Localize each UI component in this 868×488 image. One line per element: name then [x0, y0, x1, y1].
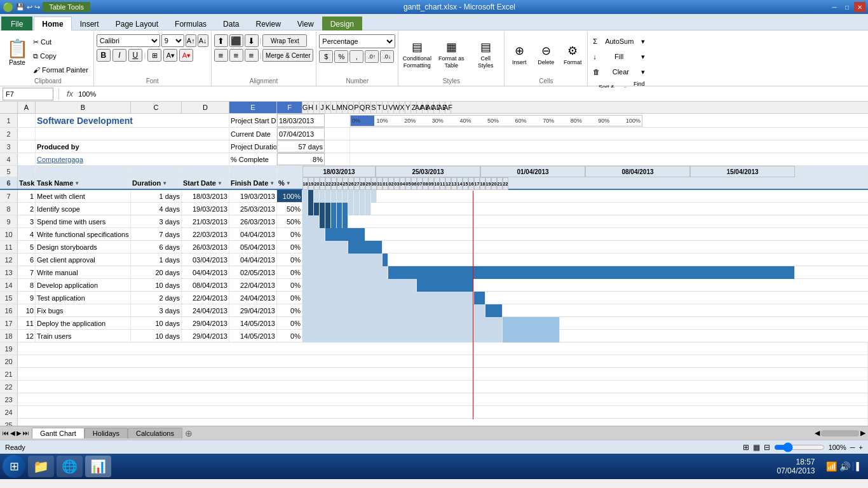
cell-A17[interactable]: 11 — [18, 317, 36, 329]
col-header-H[interactable]: H — [308, 102, 314, 113]
cell-A13[interactable]: 7 — [18, 266, 36, 278]
cell-A3[interactable] — [18, 140, 36, 152]
align-middle-button[interactable]: ⬛ — [229, 34, 243, 47]
cell-F16[interactable]: 0% — [277, 304, 302, 316]
cell-E4[interactable]: 8% — [277, 153, 325, 165]
formula-input[interactable] — [78, 88, 865, 100]
cell-A1[interactable] — [18, 114, 36, 127]
col-header-M[interactable]: M — [337, 102, 342, 113]
last-sheet-button[interactable]: ⏭ — [23, 430, 29, 437]
cell-B15[interactable]: Test application — [36, 292, 131, 304]
sheet-nav-buttons[interactable]: ⏮ ◀ ▶ ⏭ — [0, 430, 32, 437]
col-header-I[interactable]: I — [314, 102, 320, 113]
cell-C14[interactable]: 10 days — [131, 279, 182, 291]
cut-button[interactable]: ✂ Cut — [31, 36, 91, 48]
cell-E7[interactable]: 19/03/2013 — [229, 190, 277, 202]
cell-C15[interactable]: 2 days — [131, 292, 182, 304]
cell-B4[interactable]: Computergaga — [36, 153, 229, 165]
cell-D3[interactable]: Project Duration — [229, 140, 277, 152]
cell-D15[interactable]: 22/04/2013 — [182, 292, 229, 304]
cell-F18[interactable]: 0% — [277, 330, 302, 342]
view-normal-button[interactable]: ⊞ — [743, 443, 749, 452]
cell-D14[interactable]: 08/04/2013 — [182, 279, 229, 291]
col-header-S[interactable]: S — [371, 102, 377, 113]
autosum-button[interactable]: ΣAutoSum▾ — [590, 34, 648, 48]
close-button[interactable]: ✕ — [854, 2, 865, 12]
cell-F14[interactable]: 0% — [277, 279, 302, 291]
col-header-G[interactable]: G — [302, 102, 308, 113]
cell-A15[interactable]: 9 — [18, 292, 36, 304]
col-header-R[interactable]: R — [365, 102, 371, 113]
cell-B2[interactable] — [36, 128, 229, 140]
cell-E14[interactable]: 22/04/2013 — [229, 279, 277, 291]
cell-B18[interactable]: Train users — [36, 330, 131, 342]
cell-B11[interactable]: Design storyboards — [36, 241, 131, 253]
header-taskname[interactable]: Task Name ▼ — [36, 177, 131, 189]
explorer-button[interactable]: 📁 — [28, 456, 54, 477]
cell-D18[interactable]: 29/04/2013 — [182, 330, 229, 342]
horizontal-scrollbar[interactable]: ◀ ▶ — [815, 429, 868, 437]
cell-D17[interactable]: 29/04/2013 — [182, 317, 229, 329]
start-button[interactable]: ⊞ — [3, 455, 25, 478]
cell-E11[interactable]: 05/04/2013 — [229, 241, 277, 253]
cell-E1[interactable]: 18/03/2013 — [277, 114, 325, 127]
col-header-D[interactable]: D — [182, 102, 229, 113]
cell-D11[interactable]: 26/03/2013 — [182, 241, 229, 253]
header-duration[interactable]: Duration ▼ — [131, 177, 182, 189]
italic-button[interactable]: I — [112, 49, 126, 62]
cell-F3[interactable] — [325, 140, 350, 152]
tab-home[interactable]: Home — [34, 17, 71, 30]
format-button[interactable]: ⚙ Format — [560, 36, 585, 74]
cell-A12[interactable]: 6 — [18, 254, 36, 266]
cell-E2[interactable]: 07/04/2013 — [277, 128, 325, 140]
align-right-button[interactable]: ≡ — [245, 49, 259, 62]
tab-formulas[interactable]: Formulas — [166, 17, 215, 30]
cell-C7[interactable]: 1 days — [131, 190, 182, 202]
view-layout-button[interactable]: ▦ — [753, 443, 760, 452]
cell-F17[interactable]: 0% — [277, 317, 302, 329]
cell-C18[interactable]: 10 days — [131, 330, 182, 342]
cell-B13[interactable]: Write manual — [36, 266, 131, 278]
cell-F5[interactable] — [277, 166, 302, 177]
col-header-Q[interactable]: Q — [360, 102, 365, 113]
cell-F4[interactable] — [325, 153, 350, 165]
cell-A9[interactable]: 3 — [18, 215, 36, 227]
cell-C11[interactable]: 6 days — [131, 241, 182, 253]
font-color-button[interactable]: A▾ — [179, 49, 193, 62]
cell-F1[interactable] — [325, 114, 350, 127]
cell-E16[interactable]: 29/04/2013 — [229, 304, 277, 316]
delete-button[interactable]: ⊖ Delete — [534, 36, 558, 74]
header-finishdate[interactable]: Finish Date ▼ — [229, 177, 277, 189]
cell-C12[interactable]: 1 days — [131, 254, 182, 266]
tab-insert[interactable]: Insert — [72, 17, 107, 30]
format-as-table-button[interactable]: ▦ Format as Table — [435, 36, 467, 74]
cell-E12[interactable]: 04/04/2013 — [229, 254, 277, 266]
cell-B12[interactable]: Get client approval — [36, 254, 131, 266]
fill-color-button[interactable]: A▾ — [163, 49, 177, 62]
horizontal-scroll-thumb[interactable] — [821, 430, 859, 437]
cell-A7[interactable]: 1 — [18, 190, 36, 202]
cell-D8[interactable]: 19/03/2013 — [182, 203, 229, 215]
header-taskid[interactable]: Task ID ▼ — [18, 177, 36, 189]
next-sheet-button[interactable]: ▶ — [17, 430, 22, 437]
cell-A8[interactable]: 2 — [18, 203, 36, 215]
cell-C13[interactable]: 20 days — [131, 266, 182, 278]
cell-D13[interactable]: 04/04/2013 — [182, 266, 229, 278]
cell-A2[interactable] — [18, 128, 36, 140]
cell-B1[interactable]: Software Development — [36, 114, 229, 127]
cell-C8[interactable]: 4 days — [131, 203, 182, 215]
cell-F7[interactable]: 100% — [277, 190, 302, 202]
cell-styles-button[interactable]: ▤ Cell Styles — [470, 36, 501, 74]
cell-D12[interactable]: 03/04/2013 — [182, 254, 229, 266]
cell-B17[interactable]: Deploy the application — [36, 317, 131, 329]
percent-button[interactable]: % — [334, 50, 348, 63]
cell-A4[interactable] — [18, 153, 36, 165]
cell-D2[interactable]: Current Date — [229, 128, 277, 140]
cell-F2[interactable] — [325, 128, 350, 140]
cell-F8[interactable]: 50% — [277, 203, 302, 215]
tab-page-layout[interactable]: Page Layout — [107, 17, 166, 30]
copy-button[interactable]: ⧉ Copy — [31, 50, 91, 62]
cell-D7[interactable]: 18/03/2013 — [182, 190, 229, 202]
col-header-J[interactable]: J — [320, 102, 325, 113]
cell-C5[interactable] — [131, 166, 182, 177]
